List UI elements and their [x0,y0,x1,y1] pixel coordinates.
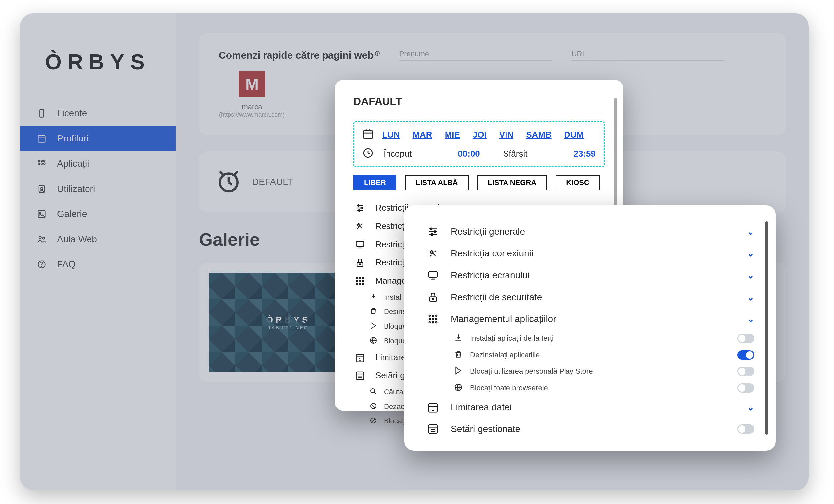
shortcut-item[interactable]: M marca (https://www.marca.com) [219,71,285,118]
search-icon [369,387,377,397]
svg-rect-92 [429,425,437,433]
svg-point-46 [362,277,364,279]
toggle-switch[interactable] [737,350,754,360]
calendar-date-icon: 1 [353,352,367,363]
section-managementul-aplicatiilor[interactable]: Managementul aplicațiilor⌄ [425,309,754,329]
svg-point-81 [436,315,437,317]
sidebar-item-label: Utilizatori [57,184,95,194]
schedule-box: LUN MAR MIE JOI VIN SAMB DUM Început 00:… [353,121,605,167]
sidebar-item-label: FAQ [57,259,75,270]
svg-rect-39 [356,241,364,246]
sidebar-item-label: Aplicații [57,158,89,169]
section-restrictia-ecranului[interactable]: Restricția ecranului⌄ [425,265,754,285]
svg-point-87 [436,322,437,323]
toggle-dezinstalati: Dezinstalați aplicațiile [425,347,754,363]
svg-point-17 [43,237,45,239]
sidebar-item-aula-web[interactable]: Aula Web [20,227,176,252]
apps-icon [37,158,47,169]
start-label: Început [383,149,412,159]
svg-point-49 [362,280,364,282]
svg-point-8 [44,160,45,162]
prenume-input[interactable]: Prenume [399,50,552,61]
svg-point-50 [356,283,358,284]
section-setari-gestionate[interactable]: Setări gestionate [425,419,754,439]
trash-icon [454,350,463,360]
day-samb[interactable]: SAMB [522,130,555,140]
calendar-icon [362,128,374,141]
end-label: Sfârșit [503,149,528,159]
day-mar[interactable]: MAR [409,130,436,140]
play-icon [369,322,377,331]
svg-point-61 [371,389,375,393]
toggle-instalati-terti: Instalați aplicații de la terți [425,331,754,346]
svg-point-9 [39,163,40,165]
svg-line-23 [220,171,223,175]
sidebar-item-aplicatii[interactable]: Aplicații [20,151,176,176]
block-icon [369,416,377,426]
settings-page-icon [425,423,440,435]
chevron-down-icon: ⌄ [747,314,754,324]
day-dum[interactable]: DUM [560,130,588,140]
svg-rect-77 [430,297,436,301]
lock-icon [425,292,440,303]
trash-icon [369,307,377,317]
sidebar-item-faq[interactable]: FAQ [20,252,176,277]
help-icon [37,259,47,270]
plug-icon [425,248,440,259]
svg-point-19 [41,266,42,267]
svg-point-43 [359,264,361,265]
svg-point-83 [432,318,434,320]
monitor-icon [425,270,440,281]
svg-point-52 [362,283,364,284]
svg-point-7 [41,160,43,162]
mode-lista-alba[interactable]: LISTA ALBĂ [405,175,469,190]
section-restrictii-generale[interactable]: Restricții generale⌄ [425,221,754,242]
mode-lista-negra[interactable]: LISTA NEGRA [477,175,547,190]
section-restrictia-conexiunii[interactable]: Restricția conexiunii⌄ [425,243,754,264]
download-icon [369,293,377,302]
sliders-icon [425,226,440,237]
profile-name: DEFAULT [252,177,293,187]
toggle-switch[interactable] [737,367,754,376]
svg-rect-57 [356,372,364,380]
day-mie[interactable]: MIE [441,130,464,140]
sidebar-item-label: Profiluri [57,133,88,144]
svg-point-82 [429,318,430,320]
url-input[interactable]: URL [572,50,724,61]
svg-point-15 [40,212,41,214]
day-joi[interactable]: JOI [469,130,490,140]
scrollbar[interactable] [765,221,768,435]
sidebar-item-label: Galerie [57,209,87,220]
sidebar-item-utilizatori[interactable]: Utilizatori [20,176,176,202]
toggle-switch[interactable] [737,334,754,343]
mode-kiosc[interactable]: KIOSC [555,175,600,190]
svg-point-11 [44,163,45,165]
disable-icon [369,402,377,411]
svg-point-79 [429,315,430,317]
day-vin[interactable]: VIN [495,130,518,140]
toggle-switch[interactable] [737,383,754,393]
svg-point-51 [359,283,361,284]
svg-point-78 [432,299,434,300]
shortcut-name: marca [219,103,285,111]
end-time[interactable]: 23:59 [573,149,596,159]
toggle-switch[interactable] [737,425,754,434]
toggle-blocati-browsere: Blocați toate browserele [425,381,754,396]
modal-title: DAFAULT [353,95,605,113]
device-icon [37,108,47,119]
sidebar-item-licente[interactable]: Licențe [20,101,176,126]
start-time[interactable]: 00:00 [458,149,480,159]
day-lun[interactable]: LUN [378,130,404,140]
section-limitarea-datei[interactable]: 1Limitarea datei⌄ [425,397,754,417]
section-restrictii-securitate[interactable]: Restricții de securitate⌄ [425,287,754,307]
svg-point-80 [432,315,434,317]
svg-line-66 [372,419,375,422]
clock-icon [362,147,374,160]
settings-page-icon [353,371,367,381]
monitor-icon [353,239,367,250]
mode-liber[interactable]: LIBER [353,175,396,190]
svg-text:1: 1 [432,406,434,412]
shortcuts-title: Comenzi rapide către pagini web ⓘ [219,50,379,61]
sidebar-item-galerie[interactable]: Galerie [20,202,176,227]
sidebar-item-profiluri[interactable]: Profiluri [20,126,176,151]
